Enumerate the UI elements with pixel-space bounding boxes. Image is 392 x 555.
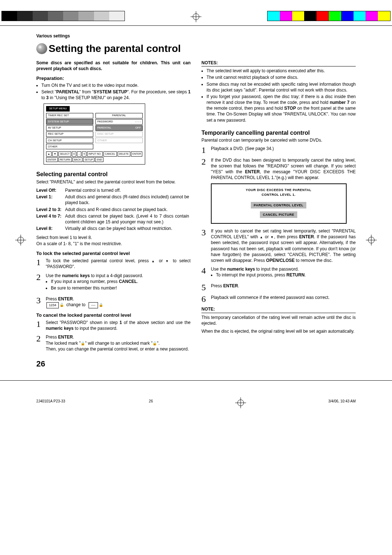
footer: 2J40101A P23-33 26 3/4/06, 10:43 AM — [0, 388, 392, 407]
cancel-lock-step-2: Press ENTER.The locked mark "" will chan… — [46, 334, 191, 352]
registration-mark-top — [192, 13, 200, 21]
selecting-intro: Select "PARENTAL" and select the parenta… — [36, 179, 191, 185]
levels-table: Level Off:Parental control is turned off… — [36, 187, 191, 232]
selecting-heading: Selecting parental control — [36, 170, 191, 178]
temp-note-1: This temporary cancellation of the ratin… — [201, 315, 356, 326]
lock-heading: To lock the selected parental control le… — [36, 250, 191, 257]
cancel-lock-step-1: Select "PASSWORD" shown in step 1 of the… — [46, 320, 191, 331]
on-screen-display: YOUR DISC EXCEEDS THE PARENTAL CONTROL L… — [211, 183, 347, 224]
lock-icon — [81, 341, 85, 346]
footer-center: 26 — [149, 399, 153, 407]
page-title: Setting the parental control — [36, 42, 356, 56]
notes-heading: NOTES: — [201, 60, 356, 66]
title-bullet-icon — [36, 43, 47, 54]
intro-text: Some discs are specified as not suitable… — [36, 60, 191, 72]
unlock-icon — [152, 341, 157, 346]
temp-intro: Parental control can temporarily be canc… — [201, 137, 356, 143]
temp-note-heading: NOTE: — [201, 306, 356, 313]
right-column: NOTES: The selected level will apply to … — [201, 60, 356, 369]
temp-step-1: Playback a DVD. (See page 34.) — [211, 146, 356, 154]
temp-step-3: If you wish to cancel the set rating lev… — [211, 228, 356, 263]
left-column: Some discs are specified as not suitable… — [36, 60, 191, 369]
lock-step-3: Press ENTER. 1234 change to ---- — [46, 296, 191, 308]
levels-tail2: On a scale of 1- 8, "1" is the most rest… — [36, 241, 191, 247]
temp-step-5: Press ENTER. — [211, 283, 356, 292]
footer-left: 2J40101A P23-33 — [36, 399, 65, 407]
footer-right: 3/4/06, 10:43 AM — [328, 399, 356, 407]
temp-heading: Temporarily cancelling parental control — [201, 129, 356, 137]
temp-step-2: If the DVD disc has been designed to tem… — [211, 157, 356, 181]
setup-menu-graphic: SETUP MENU TIMER REC SET SYSTEM SETUP AV… — [44, 104, 145, 165]
temp-note-2: When the disc is ejected, the original r… — [201, 328, 356, 334]
levels-tail1: Select from level 1 to level 8. — [36, 235, 191, 240]
registration-mark-bottom — [237, 399, 245, 407]
lock-step-2: Use the numeric keys to input a 4-digit … — [46, 273, 191, 293]
page-number: 26 — [36, 358, 191, 369]
preparation-heading: Preparation: — [36, 75, 191, 82]
unlock-icon — [60, 302, 64, 307]
preparation-list: Turn ON the TV and set it to the video i… — [36, 82, 191, 101]
cancel-lock-heading: To cancel the locked parental control le… — [36, 312, 191, 319]
temp-step-4: Use the numeric keys to input the passwo… — [211, 266, 356, 280]
notes-list: The selected level will apply to operati… — [201, 68, 356, 123]
section-label: Various settings — [36, 33, 356, 39]
temp-step-6: Playback will commence if the entered pa… — [211, 295, 356, 303]
lock-icon — [99, 302, 103, 307]
lock-step-1: To lock the selected parental control le… — [46, 258, 191, 270]
